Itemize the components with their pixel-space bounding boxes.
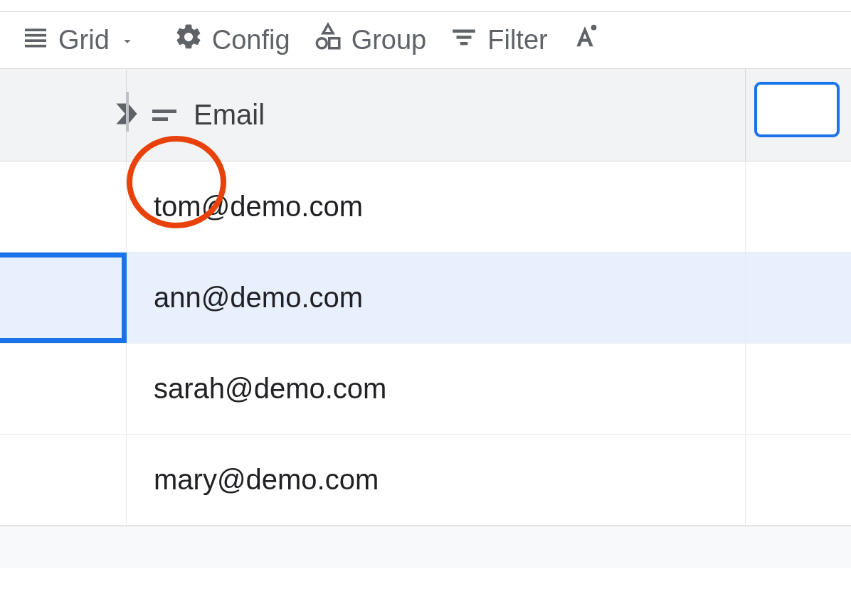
- email-cell[interactable]: sarah@demo.com: [127, 344, 746, 434]
- column-header-row: Email: [0, 69, 851, 161]
- next-cell[interactable]: [746, 344, 851, 434]
- next-cell[interactable]: [746, 435, 851, 525]
- config-label: Config: [212, 25, 290, 55]
- row-handle[interactable]: [0, 344, 127, 434]
- shapes-group-icon: [313, 22, 343, 58]
- table-row[interactable]: sarah@demo.com: [0, 344, 851, 435]
- svg-rect-5: [329, 38, 339, 48]
- gear-icon: [174, 22, 204, 58]
- svg-rect-6: [453, 30, 476, 33]
- table-row[interactable]: tom@demo.com: [0, 161, 851, 253]
- density-lines-icon: [21, 23, 50, 58]
- window-top-border: [0, 0, 851, 12]
- data-grid: Email tom@demo.com ann@demo.com sarah@de…: [0, 69, 851, 568]
- text-field-type-icon: [152, 110, 176, 121]
- group-button[interactable]: Group: [313, 22, 427, 58]
- next-column-header[interactable]: [746, 69, 851, 161]
- svg-rect-8: [460, 42, 468, 45]
- next-cell[interactable]: [746, 161, 851, 252]
- row-handle[interactable]: [0, 161, 127, 252]
- table-row[interactable]: ann@demo.com: [0, 253, 851, 344]
- email-cell[interactable]: mary@demo.com: [127, 435, 746, 525]
- config-button[interactable]: Config: [174, 22, 290, 58]
- filter-icon: [449, 22, 479, 58]
- svg-rect-0: [25, 28, 46, 31]
- letter-a-partial-icon: [571, 23, 599, 58]
- table-row[interactable]: mary@demo.com: [0, 435, 851, 526]
- svg-point-9: [591, 25, 596, 31]
- svg-rect-3: [25, 45, 46, 48]
- row-number-column-header[interactable]: [0, 69, 127, 161]
- email-header-label: Email: [194, 99, 265, 131]
- filter-label: Filter: [487, 25, 547, 55]
- grid-view-dropdown[interactable]: Grid: [21, 23, 135, 58]
- filter-button[interactable]: Filter: [449, 22, 547, 58]
- email-cell[interactable]: ann@demo.com: [127, 253, 746, 343]
- svg-rect-1: [25, 34, 46, 37]
- active-input-field[interactable]: [754, 82, 840, 137]
- caret-down-icon: [120, 25, 135, 55]
- grid-label: Grid: [58, 25, 110, 55]
- toolbar: Grid Config Group: [0, 12, 851, 69]
- row-handle-selected[interactable]: [0, 253, 127, 343]
- partial-toolbar-button[interactable]: [571, 23, 599, 58]
- svg-point-4: [317, 38, 327, 48]
- svg-rect-2: [25, 39, 46, 42]
- svg-rect-7: [457, 36, 472, 38]
- next-cell[interactable]: [746, 253, 851, 343]
- grid-footer: [0, 526, 851, 568]
- row-handle[interactable]: [0, 435, 127, 525]
- email-column-header[interactable]: Email: [127, 69, 746, 161]
- email-cell[interactable]: tom@demo.com: [127, 161, 746, 252]
- group-label: Group: [352, 25, 427, 55]
